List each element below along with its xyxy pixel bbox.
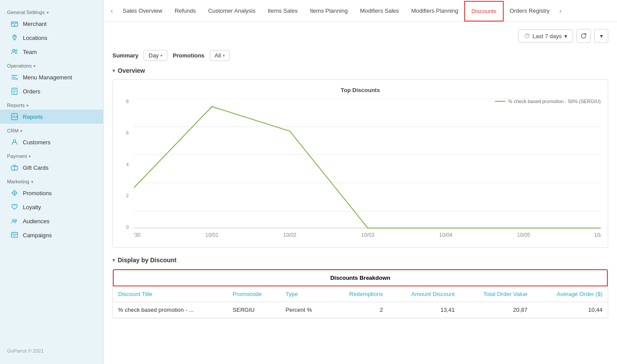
- tab-items-sales[interactable]: Items Sales: [262, 1, 304, 21]
- gift-cards-label: Gift Cards: [23, 164, 49, 171]
- tab-modifiers-planning[interactable]: Modifiers Planning: [405, 1, 465, 21]
- sidebar-item-orders[interactable]: Orders: [0, 84, 103, 98]
- sidebar: General Settings ▾ Merchant Locations Te…: [0, 0, 104, 364]
- promotions-select-caret: ▾: [223, 53, 225, 58]
- time-filter-button[interactable]: ⏱ Last 7 days ▾: [518, 29, 574, 43]
- sidebar-item-merchant[interactable]: Merchant: [0, 17, 103, 31]
- locations-label: Locations: [23, 35, 47, 41]
- tab-discounts[interactable]: Discounts: [464, 1, 503, 21]
- nav-next-arrow[interactable]: ›: [556, 7, 565, 15]
- page-content: ⏱ Last 7 days ▾ ▾ Summary Day ▾ Promotio…: [104, 22, 617, 364]
- sidebar-item-campaigns[interactable]: Campaigns: [0, 228, 103, 242]
- overview-section-header[interactable]: ▾ Overview: [112, 67, 608, 74]
- sidebar-item-loyalty[interactable]: Loyalty: [0, 200, 103, 214]
- tab-refunds[interactable]: Refunds: [169, 1, 202, 21]
- sidebar-item-gift-cards[interactable]: Gift Cards: [0, 161, 103, 175]
- discounts-table-container: Discounts Breakdown Discount Title Promo…: [112, 269, 608, 318]
- svg-rect-11: [11, 232, 18, 237]
- menu-management-icon: [11, 73, 18, 81]
- team-icon: [11, 48, 18, 56]
- orders-label: Orders: [23, 88, 40, 95]
- tab-customer-analysis[interactable]: Customer Analysis: [202, 1, 262, 21]
- col-redemptions: Redemptions: [329, 286, 388, 302]
- main-content: ‹ Sales Overview Refunds Customer Analys…: [104, 0, 617, 364]
- display-by-discount-header[interactable]: ▾ Display by Discount: [112, 257, 608, 264]
- svg-text:10/01: 10/01: [205, 232, 218, 238]
- chart-legend: % check based promotion - 50% (SERGIU): [495, 99, 601, 104]
- svg-point-10: [15, 219, 17, 221]
- top-discounts-chart: Top Discounts 8 6 4 2 0 % check based pr…: [112, 79, 608, 248]
- day-select[interactable]: Day ▾: [144, 50, 167, 61]
- more-options-icon: ▾: [600, 32, 603, 39]
- operations-chevron: ▾: [33, 64, 36, 68]
- merchant-label: Merchant: [23, 21, 47, 27]
- sidebar-item-team[interactable]: Team: [0, 45, 103, 59]
- reports-section[interactable]: Reports ▾: [0, 98, 103, 110]
- svg-text:09/30: 09/30: [134, 232, 141, 238]
- payment-section[interactable]: Payment ▾: [0, 149, 103, 161]
- payment-chevron: ▾: [29, 154, 31, 159]
- loyalty-icon: [11, 203, 18, 211]
- tab-items-planning[interactable]: Items Planning: [304, 1, 354, 21]
- crm-section[interactable]: CRM ▾: [0, 124, 103, 135]
- legend-label: % check based promotion - 50% (SERGIU): [508, 99, 601, 104]
- clock-icon: ⏱: [524, 32, 530, 39]
- cell-redemptions: 2: [329, 302, 388, 318]
- all-option-label: All: [215, 52, 221, 59]
- reports-icon: [11, 113, 18, 121]
- promotions-select[interactable]: All ▾: [210, 50, 230, 61]
- sidebar-item-locations[interactable]: Locations: [0, 31, 103, 45]
- svg-text:10/06: 10/06: [594, 232, 601, 238]
- sidebar-item-menu-management[interactable]: Menu Management: [0, 70, 103, 84]
- menu-management-label: Menu Management: [23, 74, 72, 81]
- svg-text:10/02: 10/02: [283, 232, 296, 238]
- chart-svg: 09/30 10/01 10/02 10/03 10/04 10/05 10/0…: [134, 99, 601, 239]
- sidebar-item-audiences[interactable]: Audiences: [0, 214, 103, 228]
- chart-y-axis: 8 6 4 2 0: [120, 99, 129, 240]
- promotions-label: Promotions: [23, 190, 52, 196]
- customers-label: Customers: [23, 139, 51, 146]
- col-discount-title: Discount Title: [113, 286, 227, 302]
- display-by-discount-label: Display by Discount: [118, 257, 177, 264]
- customers-icon: [11, 138, 18, 146]
- team-label: Team: [23, 49, 37, 55]
- svg-rect-1: [14, 24, 15, 26]
- loyalty-label: Loyalty: [23, 204, 41, 211]
- overview-collapse-icon: ▾: [112, 68, 115, 74]
- cell-total-order-value: 20,87: [460, 302, 533, 318]
- refresh-button[interactable]: [577, 29, 591, 43]
- tab-modifiers-sales[interactable]: Modifiers Sales: [354, 1, 405, 21]
- audiences-icon: [11, 217, 18, 225]
- promotions-filter-label: Promotions: [173, 52, 204, 59]
- display-by-discount-section: ▾ Display by Discount Discounts Breakdow…: [112, 257, 608, 318]
- table-row: % check based promotion - ... SERGIU Per…: [113, 302, 608, 318]
- cell-type: Percent %: [280, 302, 329, 318]
- nav-prev-arrow[interactable]: ‹: [107, 7, 116, 15]
- svg-point-9: [12, 219, 14, 221]
- general-settings-section[interactable]: General Settings ▾: [0, 5, 103, 17]
- tab-sales-overview[interactable]: Sales Overview: [116, 1, 168, 21]
- col-average-order: Average Order ($): [533, 286, 608, 302]
- discounts-table: Discount Title Promocode Type Redemption…: [113, 286, 608, 318]
- day-option-label: Day: [148, 52, 159, 59]
- marketing-chevron: ▾: [31, 179, 33, 184]
- sidebar-footer: GoParrot © 2021: [0, 343, 103, 359]
- marketing-section[interactable]: Marketing ▾: [0, 175, 103, 186]
- table-header-row: Discount Title Promocode Type Redemption…: [113, 286, 608, 302]
- sidebar-item-promotions[interactable]: Promotions: [0, 186, 103, 200]
- col-amount-discount: Amount Discount: [388, 286, 460, 302]
- sidebar-item-reports[interactable]: Reports: [0, 110, 103, 124]
- svg-text:10/04: 10/04: [439, 232, 452, 238]
- svg-point-2: [14, 36, 15, 37]
- chart-main: % check based promotion - 50% (SERGIU): [134, 99, 601, 240]
- cell-discount-title: % check based promotion - ...: [113, 302, 227, 318]
- more-options-button[interactable]: ▾: [594, 29, 608, 43]
- cell-promocode: SERGIU: [227, 302, 280, 318]
- cell-average-order: 10,44: [533, 302, 608, 318]
- operations-section[interactable]: Operations ▾: [0, 59, 103, 70]
- svg-point-4: [15, 50, 17, 51]
- svg-text:10/05: 10/05: [517, 232, 530, 238]
- sidebar-item-customers[interactable]: Customers: [0, 135, 103, 149]
- tab-orders-registry[interactable]: Orders Registry: [504, 1, 556, 21]
- time-filter-label: Last 7 days: [533, 33, 562, 39]
